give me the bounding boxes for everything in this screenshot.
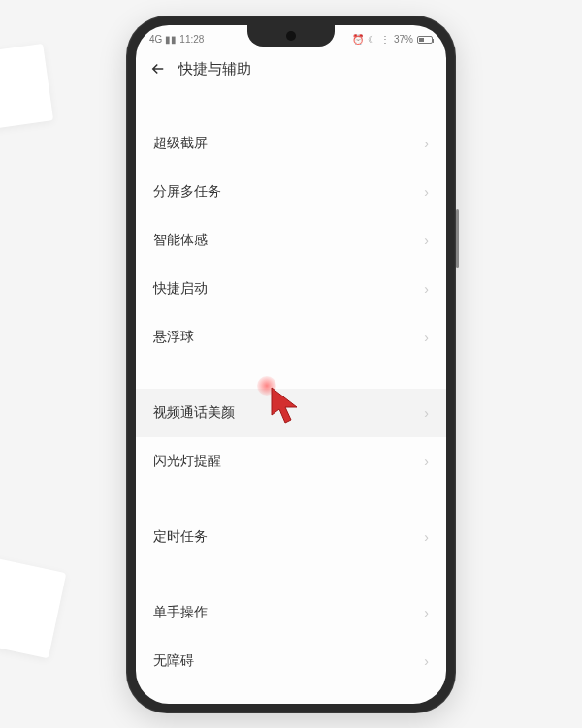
setting-item-label: 智能体感: [153, 232, 208, 249]
chevron-right-icon: ›: [424, 330, 429, 345]
setting-item[interactable]: 超级截屏›: [136, 119, 446, 168]
wifi-icon: ⋮: [380, 34, 390, 45]
chevron-right-icon: ›: [424, 405, 429, 421]
setting-item-label: 闪光灯提醒: [153, 453, 221, 470]
setting-item-label: 无障碍: [153, 652, 194, 670]
setting-item-label: 悬浮球: [153, 329, 194, 346]
alarm-icon: ⏰: [352, 34, 364, 45]
chevron-right-icon: ›: [424, 605, 429, 620]
chevron-right-icon: ›: [424, 653, 429, 669]
setting-item[interactable]: 单手操作›: [136, 588, 446, 637]
background-decoration: [0, 555, 66, 659]
phone-side-button: [456, 209, 459, 268]
setting-item[interactable]: 定时任务›: [136, 513, 446, 561]
setting-item-label: 定时任务: [153, 528, 208, 546]
setting-item[interactable]: 无障碍›: [136, 637, 446, 685]
setting-item[interactable]: 分屏多任务›: [136, 168, 446, 216]
status-time: 11:28: [179, 34, 204, 45]
back-icon[interactable]: [149, 60, 167, 78]
chevron-right-icon: ›: [424, 233, 429, 248]
battery-percent: 37%: [394, 34, 413, 45]
setting-item[interactable]: 闪光灯提醒›: [136, 437, 446, 486]
setting-item-label: 分屏多任务: [153, 183, 221, 201]
cursor-pointer-icon: [270, 386, 303, 425]
phone-notch: [247, 25, 335, 47]
setting-item-label: 快捷启动: [153, 280, 208, 298]
battery-icon: [417, 36, 433, 44]
chevron-right-icon: ›: [424, 184, 429, 200]
chevron-right-icon: ›: [424, 136, 429, 151]
page-title: 快捷与辅助: [178, 60, 251, 79]
setting-item[interactable]: 智能体感›: [136, 216, 446, 265]
phone-screen: 4G ▮▮ 11:28 ⏰ ☾ ⋮ 37% 快捷与辅助 超级截屏›分屏多任务›智…: [136, 25, 446, 704]
setting-item-label: 超级截屏: [153, 135, 208, 152]
setting-item[interactable]: 快捷启动›: [136, 265, 446, 313]
setting-item[interactable]: 悬浮球›: [136, 313, 446, 362]
page-header: 快捷与辅助: [136, 50, 446, 92]
chevron-right-icon: ›: [424, 529, 429, 545]
setting-item-label: 视频通话美颜: [153, 404, 235, 422]
setting-item-label: 单手操作: [153, 604, 208, 621]
phone-frame: 4G ▮▮ 11:28 ⏰ ☾ ⋮ 37% 快捷与辅助 超级截屏›分屏多任务›智…: [126, 16, 456, 713]
moon-icon: ☾: [368, 34, 376, 45]
network-indicator: 4G: [149, 34, 162, 45]
background-decoration: [0, 44, 53, 131]
chevron-right-icon: ›: [424, 454, 429, 469]
signal-icon: ▮▮: [165, 34, 177, 45]
chevron-right-icon: ›: [424, 281, 429, 297]
